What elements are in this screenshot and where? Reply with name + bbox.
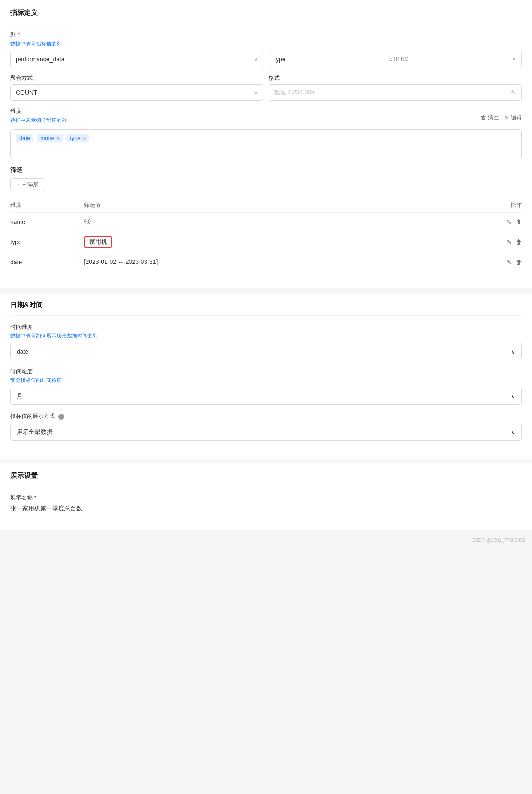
format-label: 格式 <box>269 74 522 82</box>
dimension-header: 维度 数据中表示细分维度的列 🗑 清空 ✎ 编辑 <box>10 107 522 128</box>
time-granularity-field: 时间粒度 细分指标值的时间粒度 月 ∨ <box>10 368 522 405</box>
edit-row-type-icon[interactable]: ✎ <box>506 239 511 245</box>
dimension-edit-btn[interactable]: ✎ 编辑 <box>504 114 522 122</box>
display-section: 展示设置 展示名称 * 张一家用机第一季度总台数 <box>0 463 532 530</box>
aggregation-format-row: 聚合方式 COUNT ∨ 格式 数值 1,234.00K ✎ <box>10 74 522 101</box>
filter-dim-name: name <box>10 213 84 231</box>
format-edit-icon[interactable]: ✎ <box>511 89 516 96</box>
dimension-tag-name[interactable]: name × <box>37 134 63 142</box>
delete-row-name-icon[interactable]: 🗑 <box>516 218 522 225</box>
col-header-value: 筛选值 <box>84 198 446 213</box>
dimension-area: date name × type × <box>10 129 522 159</box>
tag-close-name[interactable]: × <box>57 136 60 141</box>
display-mode-value: 展示全部数据 <box>17 428 53 436</box>
table-select-value: performance_data <box>16 56 65 63</box>
time-granularity-select[interactable]: 月 ∨ <box>10 388 522 405</box>
aggregation-field: 聚合方式 COUNT ∨ <box>10 74 263 101</box>
filter-dim-date: date <box>10 253 84 272</box>
dimension-clear-btn[interactable]: 🗑 清空 <box>481 114 499 122</box>
display-title: 展示设置 <box>10 472 522 486</box>
filter-row-type: type 家用机 ✎ 🗑 <box>10 231 522 253</box>
format-field: 格式 数值 1,234.00K ✎ <box>269 74 522 101</box>
filter-row-name: name 张一 ✎ 🗑 <box>10 213 522 231</box>
col-header-operation: 操作 <box>446 198 522 213</box>
time-dimension-field: 时间维度 数据中表示如何展示历史数据时间的列 date ∨ <box>10 323 522 360</box>
filter-title: 筛选 <box>10 166 522 174</box>
display-name-value: 张一家用机第一季度总台数 <box>10 505 522 513</box>
aggregation-value: COUNT <box>16 89 37 96</box>
display-mode-info-icon[interactable]: i <box>58 414 64 420</box>
column-label: 列 * <box>10 31 522 39</box>
dimension-field-group: 维度 数据中表示细分维度的列 🗑 清空 ✎ 编辑 date name × <box>10 107 522 159</box>
format-input[interactable]: 数值 1,234.00K ✎ <box>269 84 522 101</box>
watermark: CSDN @2301_77888392 <box>0 534 532 546</box>
dimension-label-group: 维度 数据中表示细分维度的列 <box>10 107 67 128</box>
dimension-desc: 数据中表示细分维度的列 <box>10 117 67 124</box>
table-select-col: performance_data ∨ <box>10 51 263 67</box>
filter-row-date: date [2023-01-02 ～ 2023-03-31] ✎ 🗑 <box>10 253 522 272</box>
filter-add-plus: + <box>17 182 20 188</box>
tag-label-type: type <box>70 135 81 141</box>
delete-row-type-icon[interactable]: 🗑 <box>516 239 522 245</box>
filter-add-button[interactable]: + + 添加 <box>10 178 45 191</box>
time-dimension-desc: 数据中表示如何展示历史数据时间的列 <box>10 332 522 340</box>
display-name-label: 展示名称 * <box>10 494 522 501</box>
type-select[interactable]: type STRING ∨ <box>269 51 522 67</box>
edit-row-name-icon[interactable]: ✎ <box>506 218 511 225</box>
type-select-col: type STRING ∨ <box>269 51 522 67</box>
display-mode-arrow: ∨ <box>511 429 515 436</box>
filter-highlighted-value: 家用机 <box>84 236 112 248</box>
time-granularity-desc: 细分指标值的时间粒度 <box>10 377 522 384</box>
column-row: performance_data ∨ type STRING ∨ <box>10 51 522 67</box>
indicator-section: 指标定义 列 * 数据中表示指标值的列 performance_data ∨ t… <box>0 0 532 288</box>
indicator-title: 指标定义 <box>10 9 522 23</box>
table-select[interactable]: performance_data ∨ <box>10 51 263 67</box>
filter-ops-type: ✎ 🗑 <box>446 231 522 253</box>
dimension-label: 维度 <box>10 107 67 115</box>
aggregation-label: 聚合方式 <box>10 74 263 82</box>
type-select-arrow: ∨ <box>512 56 516 62</box>
time-dimension-select[interactable]: date ∨ <box>10 343 522 360</box>
datetime-title: 日期&时间 <box>10 301 522 316</box>
filter-val-date: [2023-01-02 ～ 2023-03-31] <box>84 253 446 272</box>
display-mode-field: 指标值的展示方式 i 展示全部数据 ∨ <box>10 412 522 441</box>
filter-dim-type: type <box>10 231 84 253</box>
display-mode-label: 指标值的展示方式 i <box>10 412 522 420</box>
dimension-actions: 🗑 清空 ✎ 编辑 <box>481 114 522 122</box>
time-granularity-arrow: ∨ <box>511 393 515 400</box>
tag-label-name: name <box>40 135 54 141</box>
column-field-group: 列 * 数据中表示指标值的列 performance_data ∨ type S… <box>10 31 522 67</box>
display-mode-select[interactable]: 展示全部数据 ∨ <box>10 424 522 441</box>
tag-label-date: date <box>19 135 30 141</box>
display-name-required: * <box>34 495 36 501</box>
time-dimension-arrow: ∨ <box>511 348 515 355</box>
format-placeholder: 数值 1,234.00K <box>274 89 315 96</box>
type-badge: STRING <box>389 56 409 62</box>
edit-row-date-icon[interactable]: ✎ <box>506 259 511 266</box>
time-granularity-value: 月 <box>17 392 23 400</box>
filter-table: 维度 筛选值 操作 name 张一 ✎ 🗑 <box>10 198 522 271</box>
column-required-marker: * <box>18 32 20 38</box>
tag-close-type[interactable]: × <box>83 136 86 141</box>
time-granularity-label: 时间粒度 <box>10 368 522 376</box>
col-header-dimension: 维度 <box>10 198 84 213</box>
filter-ops-date: ✎ 🗑 <box>446 253 522 272</box>
time-dimension-value: date <box>17 348 28 355</box>
display-name-field: 展示名称 * 张一家用机第一季度总台数 <box>10 494 522 513</box>
dimension-tag-type[interactable]: type × <box>66 134 89 142</box>
column-desc: 数据中表示指标值的列 <box>10 40 522 48</box>
type-select-value: type <box>274 56 285 63</box>
filter-val-name: 张一 <box>84 213 446 231</box>
time-dimension-label: 时间维度 <box>10 323 522 331</box>
filter-ops-name: ✎ 🗑 <box>446 213 522 231</box>
dimension-tag-date[interactable]: date <box>16 134 33 142</box>
edit-icon: ✎ <box>504 114 509 121</box>
trash-icon: 🗑 <box>481 114 486 121</box>
filter-val-type: 家用机 <box>84 231 446 253</box>
datetime-section: 日期&时间 时间维度 数据中表示如何展示历史数据时间的列 date ∨ 时间粒度… <box>0 293 532 459</box>
filter-field-group: 筛选 + + 添加 维度 筛选值 操作 name 张一 <box>10 166 522 271</box>
aggregation-arrow: ∨ <box>254 90 258 96</box>
aggregation-select[interactable]: COUNT ∨ <box>10 84 263 101</box>
table-select-arrow: ∨ <box>254 56 258 62</box>
delete-row-date-icon[interactable]: 🗑 <box>516 259 522 266</box>
